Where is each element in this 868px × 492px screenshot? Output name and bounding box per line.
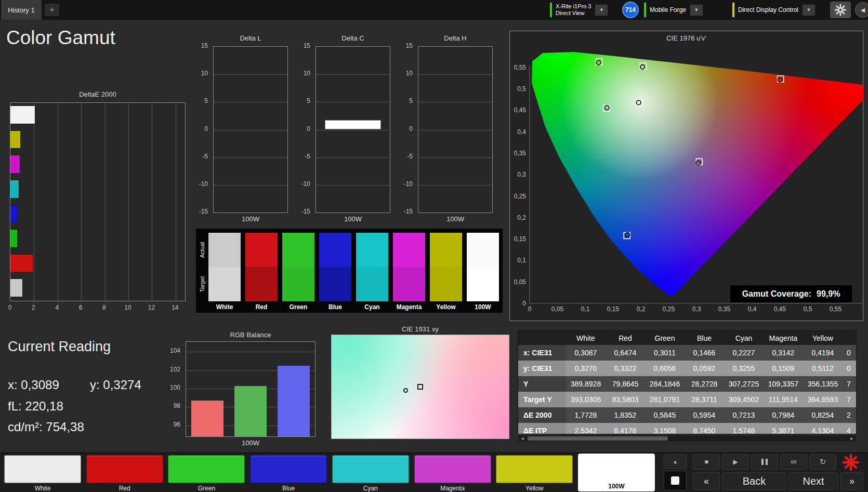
pattern-button-cyan[interactable]: Cyan [332,454,409,491]
table-cell: 284,1846 [645,376,685,392]
rgb-balance-xlabel: 100W [186,439,315,447]
next-button[interactable]: Next [788,472,838,490]
continuous-read-button[interactable]: ∞ [780,454,807,470]
scrollbar-thumb[interactable] [528,436,668,441]
results-table-rows: x: CIE310,30870,64740,30110,14660,22270,… [518,345,856,434]
delta-h-tick-label: 0 [409,125,413,132]
table-cell: 309,4502 [724,392,764,407]
table-cell-clipped: 7 [843,392,857,407]
pattern-button-red[interactable]: Red [86,454,163,491]
table-cell: 1,7728 [566,407,606,423]
cie1976-xtick-label: 0,2 [637,305,646,313]
gamut-coverage-readout: Gamut Coverage: 99,9% [730,285,852,302]
gamut-coverage-label: Gamut Coverage: [742,289,811,299]
collapse-panel-button[interactable]: ◀ [855,2,868,18]
table-cell: 0,8254 [803,407,843,423]
meter-count-badge[interactable]: 714 [622,2,639,18]
cie1976-ytick-label: 0,25 [514,193,526,200]
swatch-label: 100W [467,301,499,311]
pattern-swatch [250,455,327,483]
deltae2000-tick-label: 2 [32,304,35,311]
deltae2000-gridline [58,103,58,301]
table-cell-clipped: 0 [843,361,857,376]
swatch-column-magenta: Magenta [393,233,425,311]
pause-button[interactable] [751,454,778,470]
pattern-button-blue[interactable]: Blue [250,454,327,491]
cie1976-ytick-label: 0,5 [517,85,526,92]
table-horizontal-scrollbar[interactable]: ◄ ► [518,435,857,442]
cie1976-xtick-label: 0,1 [581,305,590,313]
meter-selector[interactable]: X-Rite i1Pro 3 Direct View ▼ [550,1,608,19]
top-bar: History 1 + X-Rite i1Pro 3 Direct View ▼… [0,0,868,20]
deltae2000-bar-white [10,106,35,124]
pattern-button-100w[interactable]: 100W [578,454,655,491]
deltae2000-gridline [176,103,176,301]
pattern-button-yellow[interactable]: Yellow [496,454,573,491]
delta-h-yticks: 151050-5-10-15 [396,46,416,213]
swatch-actual [356,233,388,267]
first-page-button[interactable]: « [693,472,720,490]
table-header-yellow: Yellow [803,331,843,345]
table-cell: 0,6474 [606,345,645,361]
deltae2000-tick-label: 10 [124,304,131,311]
window-mode-button[interactable] [664,471,687,490]
rgb-balance-plot [186,341,315,437]
table-row-label: x: CIE31 [518,345,566,361]
delta-c-bar [325,120,381,129]
pattern-swatch [414,455,491,483]
table-cell: 0,0592 [685,361,724,376]
table-cell: 83,5803 [606,392,645,407]
rgb-bar-blue [278,366,310,436]
swatch-actual [208,233,241,267]
pattern-label: 100W [578,483,655,490]
swatch-column-white: White [208,233,241,311]
table-cell: 8,7450 [685,423,724,434]
meter-mode: Direct View [556,10,591,17]
pattern-button-white[interactable]: White [4,454,81,491]
results-table-header: WhiteRedGreenBlueCyanMagentaYellow [518,331,856,345]
table-cell-clipped: 4 [843,423,857,434]
delta-c-plot [315,46,390,213]
settings-button[interactable] [830,2,851,18]
table-row-label: Y [518,376,566,392]
table-cell: 5,3871 [764,423,803,434]
add-tab-button[interactable]: + [45,4,59,16]
table-cell: 28,2728 [685,376,724,392]
table-row-label: y: CIE31 [518,361,566,376]
workflow-selector[interactable]: Direct Display Control ▼ [732,1,816,19]
swatch-target [282,267,314,301]
tab-history-1[interactable]: History 1 [1,0,42,20]
cie1976-ytick-label: 0,1 [517,257,526,264]
deltae2000-bar-blue [10,205,18,223]
meter-dropdown-chevron-icon[interactable]: ▼ [595,4,608,16]
loop-button[interactable]: ↻ [809,454,836,470]
swatch-column-cyan: Cyan [356,233,388,311]
play-button[interactable]: ▶ [722,454,749,470]
pattern-button-green[interactable]: Green [168,454,245,491]
table-cell: 0,3087 [566,345,606,361]
source-dropdown-chevron-icon[interactable]: ▼ [690,4,703,16]
cie1976-xtick-label: 0,15 [607,305,619,313]
swatch-row-actual-label: Actual [199,235,205,264]
swatch-actual [467,233,499,267]
workflow-dropdown-chevron-icon[interactable]: ▼ [802,4,816,16]
panel-up-button[interactable]: ▲ [664,454,687,469]
pattern-button-magenta[interactable]: Magenta [414,454,491,491]
cie1976-ytick-label: 0,3 [517,171,526,178]
source-selector[interactable]: Mobile Forge ▼ [644,1,703,19]
cie1976-ytick-label: 0,15 [514,235,526,243]
double-chevron-right-icon: » [849,476,854,487]
cie1976-ytick-label: 0,05 [514,278,526,286]
last-page-button[interactable]: » [840,472,863,490]
scroll-right-icon[interactable]: ► [848,435,856,442]
swatch-actual [393,233,425,267]
scroll-left-icon[interactable]: ◄ [518,435,527,442]
measure-button[interactable] [838,453,864,472]
delta-c-xlabel: 100W [315,215,390,223]
swatch-actual [282,233,314,267]
table-row-label: ΔE ITP [518,423,566,434]
stop-button[interactable]: ■ [693,454,720,470]
back-button[interactable]: Back [722,472,786,490]
cie1976-xtick-label: 0,35 [718,305,730,313]
pattern-label: Cyan [332,485,409,492]
